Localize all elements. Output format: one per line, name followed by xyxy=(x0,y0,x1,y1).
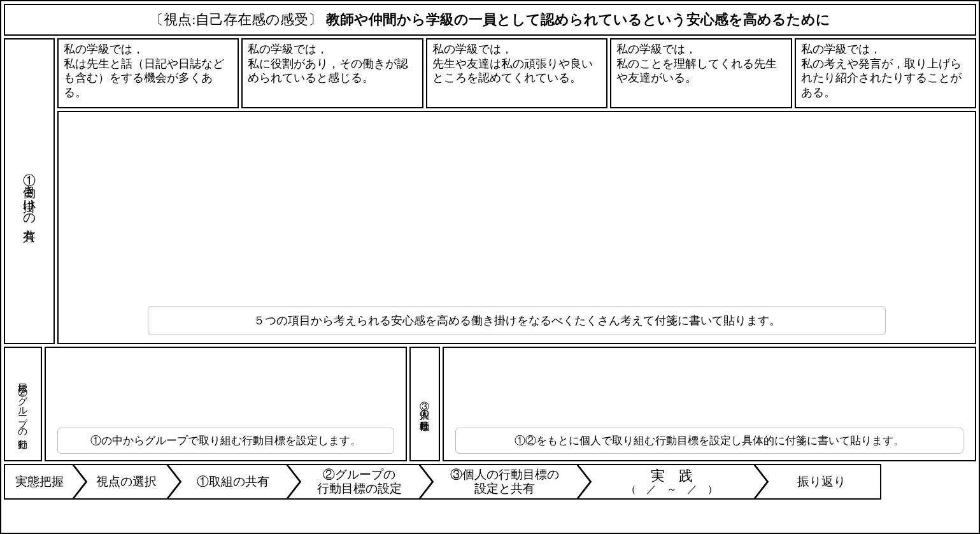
card-4: 私の学級では，私のことを理解してくれる先生や友達がいる。 xyxy=(610,38,792,108)
section-3-label-text: ③個人の行動目標 xyxy=(420,394,430,414)
worksheet-page: 〔視点:自己存在感の感受〕 教師や仲間から学級の一員として認められているという安… xyxy=(0,0,980,534)
flow-step-3: ①取組の共有 xyxy=(167,464,301,500)
process-flow: 実態把握視点の選択①取組の共有②グループの行動目標の設定③個人の行動目標の設定と… xyxy=(4,464,976,500)
section-1-row: ①働き掛けの共有 私の学級では，私は先生と話（日記や日誌なども含む）をする機会が… xyxy=(4,38,976,344)
card-2: 私の学級では，私に役割があり，その働きが認められていると感じる。 xyxy=(241,38,423,108)
card-3: 私の学級では，先生や友達は私の頑張りや良いところを認めてくれている。 xyxy=(426,38,607,108)
section-2-label: ②グループの行動 目標 xyxy=(4,347,42,461)
card-row: 私の学級では，私は先生と話（日記や日誌なども含む）をする機会が多くある。 私の学… xyxy=(57,38,976,108)
flow-step-label: ③個人の行動目標の設定と共有 xyxy=(419,464,591,500)
individual-goal-area[interactable]: ①②をもとに個人で取り組む行動目標を設定し具体的に付箋に書いて貼ります。 xyxy=(443,347,976,461)
card-5: 私の学級では，私の考えや発言が，取り上げられたり紹介されたりすることがある。 xyxy=(795,38,976,108)
group-goal-area[interactable]: ①の中からグループで取り組む行動目標を設定します。 xyxy=(45,347,407,461)
section-2-label-main: ②グループの行動 xyxy=(17,380,29,433)
flow-step-2: 視点の選択 xyxy=(73,464,181,500)
sticky-note-area-1[interactable]: ５つの項目から考えられる安心感を高める働き掛けをなるべくたくさん考えて付箋に書い… xyxy=(57,111,976,344)
section-1-label-text: ①働き掛けの共有 xyxy=(20,163,38,220)
header-title: 教師や仲間から学級の一員として認められているという安心感を高めるために xyxy=(326,11,830,27)
section-1-content: 私の学級では，私は先生と話（日記や日誌なども含む）をする機会が多くある。 私の学… xyxy=(57,38,976,344)
flow-step-6: 実 践（ ／ ～ ／ ） xyxy=(577,464,768,500)
card-1: 私の学級では，私は先生と話（日記や日誌なども含む）をする機会が多くある。 xyxy=(57,38,239,108)
flow-step-label: 視点の選択 xyxy=(73,464,181,500)
header-prefix: 〔視点:自己存在感の感受〕 xyxy=(150,11,322,27)
page-header: 〔視点:自己存在感の感受〕 教師や仲間から学級の一員として認められているという安… xyxy=(4,4,976,36)
hint-box-2: ①の中からグループで取り組む行動目標を設定します。 xyxy=(57,428,394,454)
flow-step-label: 実 践（ ／ ～ ／ ） xyxy=(577,464,768,500)
section-2-3-row: ②グループの行動 目標 ①の中からグループで取り組む行動目標を設定します。 ③個… xyxy=(4,347,976,461)
flow-step-label: ①取組の共有 xyxy=(167,464,301,500)
flow-step-label: ②グループの行動目標の設定 xyxy=(287,464,433,500)
section-1-label: ①働き掛けの共有 xyxy=(4,38,55,344)
flow-step-7: 振り返り xyxy=(754,464,881,500)
section-3-label: ③個人の行動目標 xyxy=(409,347,440,461)
flow-step-4: ②グループの行動目標の設定 xyxy=(287,464,433,500)
hint-box-1: ５つの項目から考えられる安心感を高める働き掛けをなるべくたくさん考えて付箋に書い… xyxy=(148,306,886,335)
flow-step-5: ③個人の行動目標の設定と共有 xyxy=(419,464,591,500)
hint-box-3: ①②をもとに個人で取り組む行動目標を設定し具体的に付箋に書いて貼ります。 xyxy=(455,428,963,454)
flow-step-label: 振り返り xyxy=(754,464,881,500)
